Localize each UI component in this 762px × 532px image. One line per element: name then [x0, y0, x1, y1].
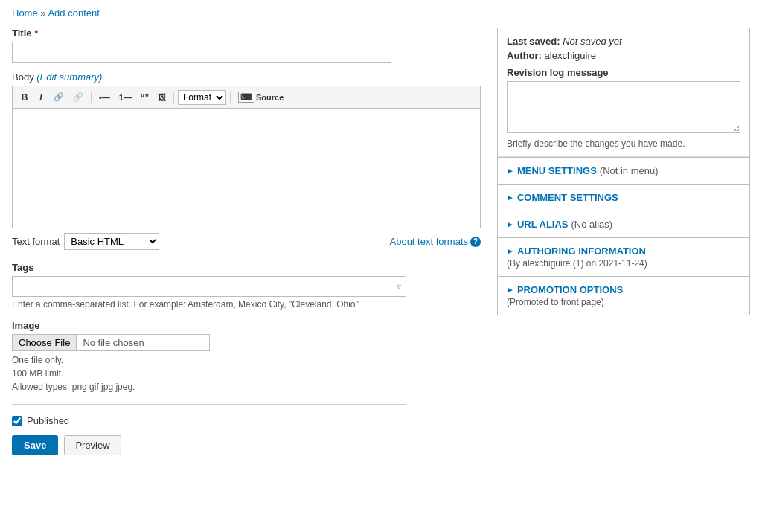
tags-hint: Enter a comma-separated list. For exampl… — [12, 299, 406, 310]
choose-file-button[interactable]: Choose File — [12, 334, 76, 351]
accordion-authoring-title: ► AUTHORING INFORMATION — [507, 246, 740, 257]
title-required-marker: * — [34, 28, 38, 39]
accordion-url-alias-subtitle: (No alias) — [572, 219, 613, 230]
accordion-promotion-title: ► PROMOTION OPTIONS — [507, 284, 740, 295]
title-input[interactable] — [12, 42, 391, 63]
body-label: Body (Edit summary) — [12, 71, 485, 83]
accordion-arrow-5: ► — [507, 286, 514, 294]
author-label: Author: — [507, 50, 542, 61]
link-button[interactable]: 🔗 — [50, 90, 68, 104]
breadcrumb-home-link[interactable]: Home — [12, 7, 38, 19]
file-input-row: Choose File No file chosen — [12, 334, 406, 351]
accordion-menu-settings-subtitle: (Not in menu) — [600, 165, 659, 176]
author-row: Author: alexchiguire — [507, 50, 740, 61]
sidebar-top: Last saved: Not saved yet Author: alexch… — [498, 28, 749, 157]
editor-body[interactable] — [13, 109, 480, 228]
about-formats-link[interactable]: About text formats — [390, 236, 469, 247]
published-checkbox[interactable] — [12, 416, 22, 426]
toolbar-separator-1 — [91, 92, 92, 103]
accordion-menu-settings-title: ► MENU SETTINGS (Not in menu) — [507, 165, 740, 176]
accordion-url-alias-title: ► URL ALIAS (No alias) — [507, 219, 740, 230]
tags-label: Tags — [12, 262, 406, 273]
unlink-button[interactable]: 🔗 — [69, 90, 87, 104]
sidebar-box: Last saved: Not saved yet Author: alexch… — [497, 28, 750, 315]
body-editor: B I 🔗 🔗 •— 1— “” 🖼 Format ⌨ Source — [12, 86, 481, 228]
preview-button[interactable]: Preview — [64, 435, 121, 455]
numbered-list-button[interactable]: 1— — [115, 91, 135, 104]
title-label: Title * — [12, 28, 485, 39]
blockquote-button[interactable]: “” — [137, 91, 153, 104]
save-button[interactable]: Save — [12, 435, 58, 455]
image-label: Image — [12, 320, 406, 331]
image-hint-one-file: One file only. — [12, 353, 406, 367]
main-column: Title * Body (Edit summary) B I 🔗 🔗 •— 1… — [12, 28, 485, 455]
image-button[interactable]: 🖼 — [154, 91, 170, 104]
accordion-promotion-options[interactable]: ► PROMOTION OPTIONS (Promoted to front p… — [498, 276, 749, 315]
about-formats: About text formats ? — [390, 236, 481, 247]
action-buttons: Save Preview — [12, 435, 485, 455]
help-icon: ? — [470, 237, 481, 247]
toolbar-separator-2 — [173, 92, 174, 103]
editor-toolbar: B I 🔗 🔗 •— 1— “” 🖼 Format ⌨ Source — [13, 86, 480, 109]
tags-input-wrapper: ▿ — [12, 276, 406, 297]
tags-input[interactable] — [13, 277, 406, 296]
breadcrumb: Home » Add content — [12, 7, 750, 19]
image-hints: One file only. 100 MB limit. Allowed typ… — [12, 353, 406, 394]
accordion-authoring-subtitle: (By alexchiguire (1) on 2021-11-24) — [507, 258, 740, 269]
sidebar-column: Last saved: Not saved yet Author: alexch… — [497, 28, 750, 455]
revision-hint: Briefly describe the changes you have ma… — [507, 138, 740, 149]
accordion-promotion-subtitle: (Promoted to front page) — [507, 297, 740, 307]
published-row: Published — [12, 415, 485, 426]
last-saved-value: Not saved yet — [563, 36, 622, 47]
edit-summary-link[interactable]: (Edit summary) — [36, 71, 102, 83]
breadcrumb-current-link[interactable]: Add content — [48, 7, 99, 19]
toolbar-separator-3 — [230, 92, 231, 103]
text-format-left: Text format Basic HTML Full HTML Restric… — [12, 233, 159, 250]
image-hint-types: Allowed types: png gif jpg jpeg. — [12, 380, 406, 394]
image-hint-size: 100 MB limit. — [12, 367, 406, 380]
bullet-list-button[interactable]: •— — [95, 91, 114, 104]
accordion-arrow-3: ► — [507, 220, 514, 228]
published-label: Published — [27, 415, 69, 426]
italic-button[interactable]: I — [33, 90, 48, 105]
format-select-toolbar[interactable]: Format — [178, 90, 226, 105]
accordion-authoring-information[interactable]: ► AUTHORING INFORMATION (By alexchiguire… — [498, 237, 749, 276]
breadcrumb-separator: » — [40, 7, 48, 19]
bold-button[interactable]: B — [17, 90, 32, 105]
accordion-arrow: ► — [507, 167, 514, 175]
tags-search-icon: ▿ — [397, 281, 401, 292]
revision-log-label: Revision log message — [507, 67, 740, 78]
text-format-row: Text format Basic HTML Full HTML Restric… — [12, 233, 481, 250]
tags-section: Tags ▿ Enter a comma-separated list. For… — [12, 262, 406, 310]
text-format-select[interactable]: Basic HTML Full HTML Restricted HTML Pla… — [64, 233, 159, 250]
section-divider — [12, 404, 406, 405]
revision-log-textarea[interactable] — [507, 81, 740, 133]
file-name-display: No file chosen — [76, 334, 210, 351]
last-saved-label: Last saved: — [507, 36, 560, 47]
accordion-arrow-2: ► — [507, 193, 514, 202]
author-value: alexchiguire — [545, 50, 596, 61]
accordion-menu-settings[interactable]: ► MENU SETTINGS (Not in menu) — [498, 157, 749, 184]
last-saved: Last saved: Not saved yet — [507, 36, 740, 47]
image-section: Image Choose File No file chosen One fil… — [12, 320, 406, 394]
accordion-comment-settings-title: ► COMMENT SETTINGS — [507, 192, 740, 203]
accordion-comment-settings[interactable]: ► COMMENT SETTINGS — [498, 184, 749, 211]
text-format-label: Text format — [12, 236, 60, 247]
accordion-arrow-4: ► — [507, 247, 514, 255]
source-button[interactable]: ⌨ Source — [234, 89, 287, 105]
accordion-url-alias[interactable]: ► URL ALIAS (No alias) — [498, 211, 749, 237]
